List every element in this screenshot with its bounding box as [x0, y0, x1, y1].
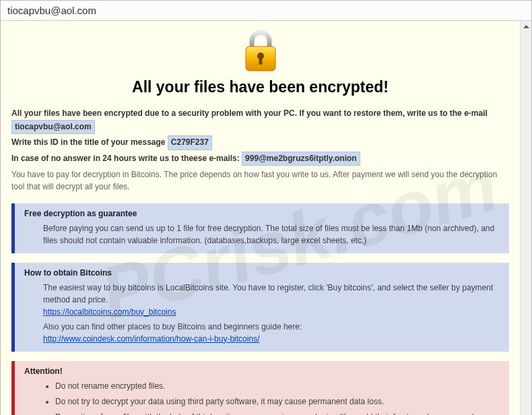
main-heading: All your files have been encrypted!	[11, 78, 509, 96]
intro-text-2: Write this ID in the title of your messa…	[11, 137, 168, 147]
intro-text-3: In case of no answer in 24 hours write u…	[11, 154, 242, 163]
scroll-track[interactable]	[521, 32, 531, 415]
content-wrapper: All your files have been encrypted! All …	[1, 21, 531, 415]
window-title: tiocapvbu@aol.com	[7, 5, 96, 16]
panel-bitcoins: How to obtain Bitcoins The easiest way t…	[11, 263, 509, 352]
scrollbar[interactable]	[520, 21, 531, 415]
contact-email: tiocapvbu@aol.com	[11, 120, 95, 134]
panel-free-title: Free decryption as guarantee	[24, 209, 502, 218]
panel-bitcoins-title: How to obtain Bitcoins	[24, 268, 502, 278]
bitcoins-line-1: The easiest way to buy bitcoins is Local…	[43, 282, 502, 306]
panel-attention: Attention! Do not rename encrypted files…	[11, 361, 509, 415]
contact-email-2: 999@me2bgruzs6itptly.onion	[242, 152, 360, 166]
bitcoins-line-2: Also you can find other places to buy Bi…	[43, 321, 502, 333]
localbitcoins-link[interactable]: https://localbitcoins.com/buy_bitcoins	[43, 307, 176, 317]
panel-attention-body: Do not rename encrypted files. Do not tr…	[24, 380, 502, 415]
coindesk-link[interactable]: http://www.coindesk.com/information/how-…	[43, 334, 259, 344]
title-bar: tiocapvbu@aol.com	[1, 1, 531, 21]
content-area: All your files have been encrypted! All …	[1, 21, 520, 415]
attention-item: Decryption of your files with the help o…	[55, 411, 502, 415]
intro-line-2: Write this ID in the title of your messa…	[11, 135, 509, 150]
intro-line-1: All your files have been encrypted due t…	[11, 107, 509, 134]
attention-item: Do not try to decrypt your data using th…	[55, 395, 502, 408]
attention-item: Do not rename encrypted files.	[55, 380, 502, 392]
scroll-up-icon[interactable]	[521, 21, 531, 32]
svg-rect-2	[259, 57, 262, 65]
intro-sub: You have to pay for decryption in Bitcoi…	[11, 168, 509, 193]
ransom-window: tiocapvbu@aol.com	[0, 0, 532, 415]
panel-free-body: Before paying you can send us up to 1 fi…	[24, 222, 502, 247]
intro-line-3: In case of no answer in 24 hours write u…	[11, 152, 509, 166]
panel-free-decryption: Free decryption as guarantee Before payi…	[11, 203, 509, 253]
lock-icon	[11, 30, 509, 74]
attention-list: Do not rename encrypted files. Do not tr…	[43, 380, 502, 415]
intro-text-1: All your files have been encrypted due t…	[11, 108, 488, 118]
panel-bitcoins-body: The easiest way to buy bitcoins is Local…	[24, 282, 502, 345]
victim-id: C279F237	[168, 135, 212, 150]
panel-attention-title: Attention!	[24, 366, 502, 376]
